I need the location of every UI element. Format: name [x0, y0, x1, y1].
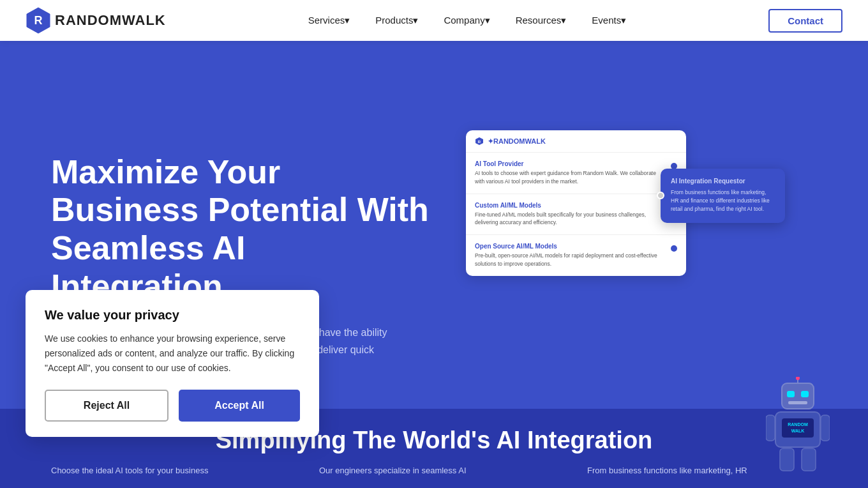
- nav-item-resources[interactable]: Resources▾: [516, 15, 567, 26]
- bottom-col-1: Choose the ideal AI tools for your busin…: [51, 464, 281, 478]
- svg-rect-11: [782, 418, 814, 438]
- diagram-section1-text: AI tools to choose with expert guidance …: [475, 169, 664, 186]
- logo-text: RANDOMWALK: [55, 12, 166, 29]
- bottom-cols: Choose the ideal AI tools for your busin…: [51, 464, 817, 478]
- robot-container: RANDOM WALK: [766, 377, 830, 475]
- diagram-right-card-title: AI Integration Requestor: [671, 178, 775, 185]
- diagram-main-card: R ✦RANDOMWALK AI Tool Provider AI tools …: [466, 130, 686, 276]
- nav-item-company[interactable]: Company▾: [444, 15, 490, 26]
- cookie-title: We value your privacy: [45, 308, 300, 323]
- cookie-buttons: Reject All Accept All: [45, 390, 300, 422]
- bottom-col-2-text: Our engineers specialize in seamless AI: [319, 464, 549, 478]
- svg-rect-15: [821, 415, 830, 441]
- logo-icon: R: [26, 6, 51, 34]
- diagram-section2-text: Fine-tuned AI/ML models built specifical…: [475, 211, 664, 227]
- diagram-logo-icon: R: [475, 137, 484, 146]
- hero-section: Maximize Your Business Potential With Se…: [0, 41, 868, 488]
- contact-button[interactable]: Contact: [768, 9, 842, 33]
- diagram-section-3: Open Source AI/ML Models Pre-built, open…: [466, 235, 686, 276]
- svg-rect-14: [766, 415, 775, 441]
- diagram-section-2: Custom AI/ML Models Fine-tuned AI/ML mod…: [466, 194, 686, 236]
- reject-all-button[interactable]: Reject All: [45, 390, 168, 422]
- diagram-right-card-text: From business functions like marketing, …: [671, 188, 775, 214]
- robot-illustration: RANDOM WALK: [766, 377, 830, 473]
- nav-item-events[interactable]: Events▾: [592, 15, 626, 26]
- svg-rect-9: [788, 401, 807, 404]
- bottom-col-2: Our engineers specialize in seamless AI: [319, 464, 549, 478]
- svg-point-8: [796, 377, 800, 380]
- svg-rect-6: [801, 391, 809, 397]
- diagram-section-1: AI Tool Provider AI tools to choose with…: [466, 153, 686, 194]
- svg-rect-16: [780, 448, 794, 471]
- cookie-modal: We value your privacy We use cookies to …: [26, 290, 319, 437]
- svg-rect-5: [787, 391, 795, 397]
- svg-rect-4: [782, 383, 814, 409]
- svg-text:R: R: [478, 140, 481, 144]
- svg-text:RANDOM: RANDOM: [788, 422, 808, 427]
- svg-text:R: R: [34, 14, 43, 27]
- diagram-logo-text: ✦RANDOMWALK: [488, 137, 546, 146]
- diagram-section3-title: Open Source AI/ML Models: [475, 243, 664, 250]
- connector-dot: [657, 192, 664, 199]
- diagram-section2-title: Custom AI/ML Models: [475, 202, 664, 209]
- nav-item-products[interactable]: Products▾: [375, 15, 418, 26]
- diagram-right-card: AI Integration Requestor From business f…: [661, 169, 785, 223]
- ai-integration-diagram: R ✦RANDOMWALK AI Tool Provider AI tools …: [466, 130, 785, 399]
- diagram-section3-text: Pre-built, open-source AI/ML models for …: [475, 252, 664, 268]
- svg-text:WALK: WALK: [791, 429, 805, 433]
- nav-links: Services▾ Products▾ Company▾ Resources▾ …: [308, 15, 627, 26]
- accept-all-button[interactable]: Accept All: [179, 390, 300, 422]
- hero-title: Maximize Your Business Potential With Se…: [51, 153, 434, 306]
- bottom-col-1-text: Choose the ideal AI tools for your busin…: [51, 464, 281, 478]
- svg-rect-17: [802, 448, 816, 471]
- diagram-logo-bar: R ✦RANDOMWALK: [466, 130, 686, 153]
- diagram-section1-title: AI Tool Provider: [475, 160, 664, 167]
- diagram-dot-3: [671, 245, 677, 252]
- nav-item-services[interactable]: Services▾: [308, 15, 350, 26]
- hero-right: R ✦RANDOMWALK AI Tool Provider AI tools …: [434, 130, 817, 399]
- logo[interactable]: R RANDOMWALK: [26, 6, 166, 34]
- cookie-text: We use cookies to enhance your browsing …: [45, 332, 300, 376]
- navbar: R RANDOMWALK Services▾ Products▾ Company…: [0, 0, 868, 41]
